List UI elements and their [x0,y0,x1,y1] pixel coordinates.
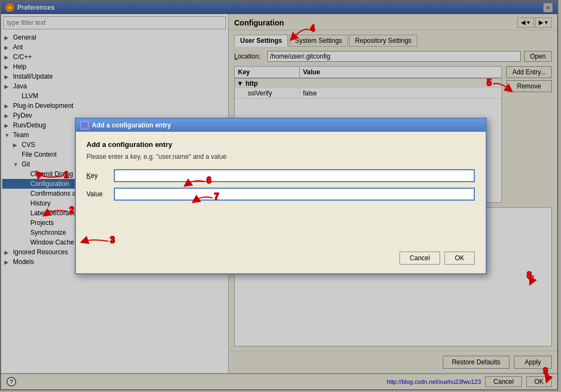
dialog-value-field: Value [87,188,475,201]
dialog-ok-button[interactable]: OK [444,252,474,265]
dialog-icon [80,121,89,130]
dialog-heading: Add a configuration entry [87,140,475,149]
dialog-value-label: Value [87,190,108,198]
dialog-body: Add a configuration entry Please enter a… [76,132,486,247]
dialog-description: Please enter a key, e.g. "user.name" and… [87,153,475,160]
add-config-dialog: Add a configuration entry Add a configur… [75,118,487,274]
dialog-key-field: Key [87,169,475,182]
dialog-buttons: Cancel OK [76,247,486,273]
dialog-spacer [87,206,475,239]
dialog-overlay: Add a configuration entry Add a configur… [0,0,561,392]
dialog-cancel-button[interactable]: Cancel [399,252,440,265]
dialog-key-label: Key [87,172,108,179]
dialog-key-input[interactable] [114,169,475,182]
svg-rect-0 [81,122,88,128]
dialog-value-input[interactable] [114,188,475,201]
dialog-title-bar: Add a configuration entry [76,119,486,132]
dialog-title: Add a configuration entry [92,121,171,129]
